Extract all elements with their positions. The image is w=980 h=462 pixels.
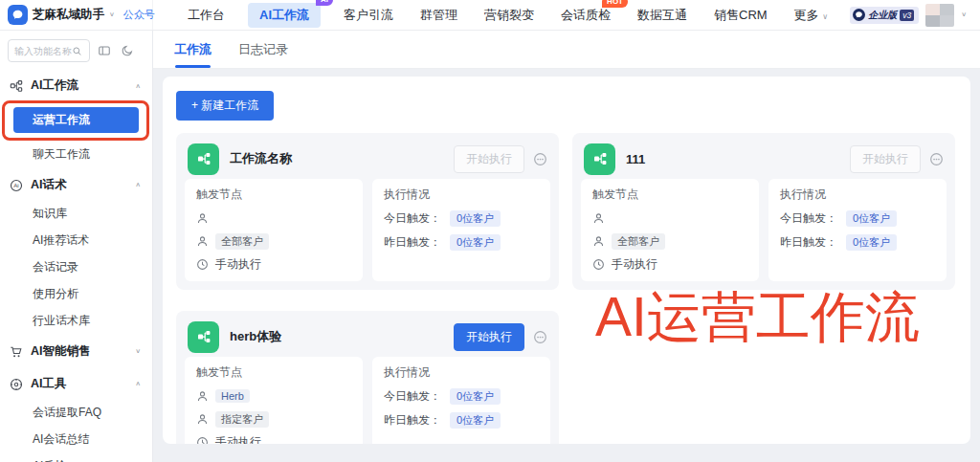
nav-item-marketing-fission[interactable]: 营销裂变 — [484, 7, 534, 24]
workflow-card-body: 触发节点 全部客户 手动执行 — [185, 179, 550, 281]
clock-icon — [196, 258, 209, 271]
collapse-sidebar-icon[interactable] — [96, 42, 113, 59]
account-zone: 企业版 v3 ∨ — [850, 4, 980, 27]
workflow-card-header: 111 开始执行 — [581, 140, 947, 178]
yesterday-count-tag[interactable]: 0位客户 — [450, 234, 501, 251]
audience-tag: 全部客户 — [215, 233, 269, 250]
trigger-row: 手动执行 — [592, 253, 747, 275]
workflow-green-icon — [188, 321, 219, 353]
sidebar-item-chat-workflow[interactable]: 聊天工作流 — [8, 142, 145, 167]
workflow-actions: 开始执行 — [850, 145, 944, 173]
exec-row: 昨日触发： 0位客户 — [384, 231, 539, 254]
sidebar: AI工作流 ∧ 运营工作流 聊天工作流 Ai AI话术 ∧ 知识库 AI推荐话术… — [0, 31, 153, 462]
dark-mode-moon-icon[interactable] — [119, 42, 136, 59]
top-navbar: 芝麻私域助手 ∨ 公众号 工作台 AI工作流AI 客户引流 群管理 营销裂变 会… — [0, 0, 980, 31]
hot-badge: HOT — [602, 0, 628, 8]
section-chevron-up-icon: ∧ — [135, 82, 141, 89]
nav-item-ai-workflow-label: AI工作流 — [259, 8, 309, 22]
avatar[interactable] — [925, 4, 954, 27]
trigger-panel: 触发节点 Herb 指定客户 — [185, 357, 363, 444]
run-button[interactable]: 开始执行 — [454, 323, 524, 351]
run-button[interactable]: 开始执行 — [454, 145, 524, 173]
search-box — [8, 39, 90, 62]
exec-row: 今日触发： 0位客户 — [384, 207, 539, 231]
brand-account-type[interactable]: 公众号 — [123, 8, 155, 22]
trigger-row: 全部客户 — [196, 230, 351, 253]
new-workflow-button[interactable]: + 新建工作流 — [176, 91, 274, 121]
tab-strip: 工作流 日志记录 — [153, 31, 980, 69]
sidebar-item-ai-chat-summary[interactable]: AI会话总结 — [8, 427, 145, 452]
app-title: 芝麻私域助手 — [33, 7, 104, 23]
exec-panel-label: 执行情况 — [384, 364, 539, 381]
trigger-row: 指定客户 — [196, 407, 351, 430]
trigger-panel: 触发节点 全部客户 手动执行 — [185, 179, 363, 281]
edition-label: 企业版 — [868, 9, 897, 22]
workflow-card: 111 开始执行 触发节点 — [572, 133, 955, 290]
workflow-icon — [10, 79, 23, 93]
sidebar-item-chat-extract-faq[interactable]: 会话提取FAQ — [8, 400, 145, 426]
nav-item-customer-acquisition[interactable]: 客户引流 — [344, 7, 393, 24]
section-title-ai-sales: AI智能销售 — [31, 343, 91, 360]
sidebar-item-chat-records[interactable]: 会话记录 — [8, 254, 145, 280]
exec-panel-label: 执行情况 — [780, 187, 935, 203]
today-count-tag[interactable]: 0位客户 — [450, 210, 501, 227]
workflow-actions: 开始执行 — [454, 145, 547, 173]
nav-item-more[interactable]: 更多 ∨ — [794, 7, 828, 24]
workflow-card: 工作流名称 开始执行 触发节点 — [176, 133, 559, 290]
person-icon — [196, 390, 209, 403]
more-options-icon[interactable] — [533, 330, 547, 344]
tab-workflow[interactable]: 工作流 — [174, 31, 212, 68]
trigger-row: 全部客户 — [592, 230, 747, 253]
nav-item-ai-workflow[interactable]: AI工作流AI — [248, 3, 321, 28]
workflow-green-icon — [584, 143, 615, 175]
sidebar-item-knowledge-base[interactable]: 知识库 — [8, 201, 145, 227]
sidebar-section-ai-sales[interactable]: AI智能销售 ∨ — [0, 337, 152, 366]
edition-logo-icon — [853, 9, 865, 21]
sidebar-item-ai-quality-check[interactable]: AI质检 — [8, 453, 145, 462]
today-count-tag[interactable]: 0位客户 — [846, 210, 897, 227]
workflow-card-body: 触发节点 全部客户 手动执行 — [581, 179, 947, 281]
search-input[interactable] — [14, 46, 72, 56]
audience-tag: 指定客户 — [215, 411, 269, 428]
trigger-row: Herb — [196, 385, 351, 407]
sidebar-item-operation-workflow[interactable]: 运营工作流 — [13, 107, 139, 133]
person-icon — [592, 235, 605, 248]
nav-item-group-management[interactable]: 群管理 — [420, 7, 457, 24]
search-icon[interactable] — [72, 46, 82, 56]
more-options-icon[interactable] — [533, 152, 547, 166]
app-logo-icon — [8, 5, 28, 25]
nav-item-chat-qc[interactable]: 会话质检HOT — [561, 7, 611, 24]
user-tag: Herb — [215, 389, 250, 403]
nav-item-sales-crm[interactable]: 销售CRM — [714, 7, 768, 24]
today-trigger-label: 今日触发： — [384, 388, 441, 405]
exec-panel: 执行情况 今日触发： 0位客户 昨日触发： 0位客户 — [372, 357, 550, 444]
nav-item-data-sync[interactable]: 数据互通 — [637, 7, 687, 24]
sidebar-item-ai-recommend-script[interactable]: AI推荐话术 — [8, 228, 145, 253]
today-count-tag[interactable]: 0位客户 — [450, 388, 501, 405]
nav-item-workbench[interactable]: 工作台 — [188, 7, 225, 24]
nav-item-more-label: 更多 — [794, 8, 819, 22]
sidebar-section-ai-workflow[interactable]: AI工作流 ∧ — [0, 71, 152, 100]
tab-logs[interactable]: 日志记录 — [238, 31, 288, 68]
sidebar-item-industry-script-lib[interactable]: 行业话术库 — [8, 308, 145, 334]
more-options-icon[interactable] — [929, 152, 944, 166]
trigger-row — [196, 207, 351, 230]
brand-zone: 芝麻私域助手 ∨ 公众号 — [0, 0, 153, 30]
trigger-panel: 触发节点 全部客户 手动执行 — [581, 179, 759, 281]
sidebar-item-usage-analysis[interactable]: 使用分析 — [8, 281, 145, 307]
annotation-text: AI运营工作流 — [595, 283, 920, 350]
yesterday-count-tag[interactable]: 0位客户 — [450, 412, 501, 429]
ai-badge: AI — [316, 0, 333, 6]
brand-chevron-down-icon[interactable]: ∨ — [109, 11, 115, 18]
person-icon — [196, 212, 209, 225]
sidebar-section-ai-script[interactable]: Ai AI话术 ∧ — [0, 170, 152, 200]
edition-version-badge: v3 — [900, 10, 914, 21]
exec-row: 昨日触发： 0位客户 — [384, 408, 539, 432]
run-button[interactable]: 开始执行 — [850, 145, 921, 173]
workflow-card-header: 工作流名称 开始执行 — [185, 140, 550, 178]
person-icon — [196, 413, 209, 426]
content-wrap: + 新建工作流 工作流名称 开始执行 — [153, 69, 980, 453]
sidebar-section-ai-tools[interactable]: AI工具 ∧ — [0, 369, 152, 399]
account-chevron-down-icon[interactable]: ∨ — [961, 11, 967, 18]
yesterday-count-tag[interactable]: 0位客户 — [846, 234, 897, 251]
